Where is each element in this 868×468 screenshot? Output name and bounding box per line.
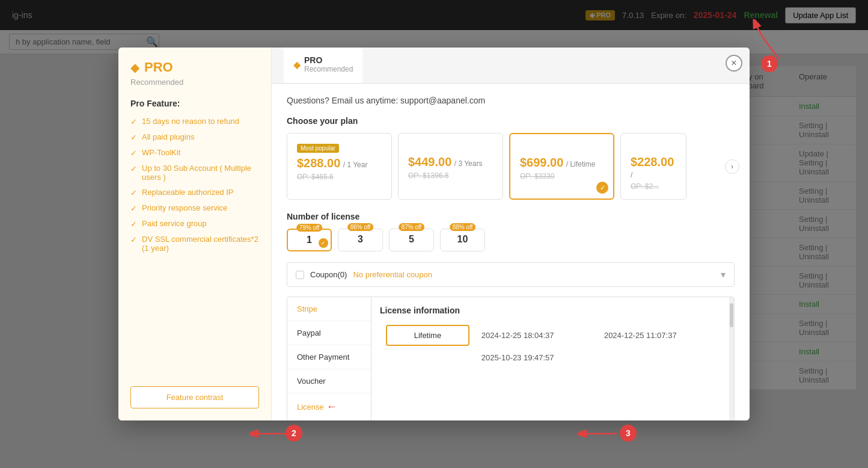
license-info-panel: License information Lifetime 2024-12-25 … [371,297,729,420]
license-date1-0: 2024-12-25 18:04:37 [475,321,598,349]
license-off-1: 86% off [347,223,374,231]
feature-label-6: Paid service group [142,219,207,228]
license-num-3: 10 [450,234,475,245]
feature-label-0: 15 days no reason to refund [142,117,239,126]
modal-body: Questions? Email us anytime: support@aap… [272,84,750,420]
plan-cards-container: Most popular $288.00 / 1 Year OP: $465.6… [287,133,735,200]
license-section: Number of license 79% off 1 ✓ 86% off 3 [287,212,735,251]
plan-card-3[interactable]: $228.00 / OP: $2... [620,133,686,200]
feature-item-6: ✓ Paid service group [130,219,259,229]
tab-label: PRO [304,55,353,65]
plan-period-1: / 3 Years [454,159,483,168]
payment-paypal[interactable]: Paypal [287,321,371,345]
feature-item-3: ✓ Up to 30 Sub Account ( Multiple users … [130,164,259,182]
feature-item-5: ✓ Priority response service [130,203,259,213]
plan-price-2: $699.00 [520,156,563,169]
license-info-title: License information [380,306,721,315]
feature-item-7: ✓ DV SSL commercial certificates*2 (1 ye… [130,235,259,253]
plan-op-1: OP: $1396.8 [408,171,493,180]
plan-op-0: OP: $465.6 [297,173,382,181]
license-off-0: 79% off [296,224,323,232]
payment-license[interactable]: License ← [287,393,371,420]
license-num-1: 3 [348,234,373,245]
feature-label-4: Replaceable authorized IP [142,188,234,197]
modal-tab-bar: ◆ PRO Recommended [272,48,750,84]
license-off-2: 87% off [399,223,425,231]
check-icon-3: ✓ [130,164,137,173]
plan-card-2[interactable]: $699.00 / Lifetime OP: $3330 ✓ [509,133,614,200]
coupon-checkbox[interactable] [296,271,304,279]
license-card-3[interactable]: 88% off 10 [440,229,485,251]
plan-period-0: / 1 Year [343,161,368,169]
plan-op-3: OP: $2... [631,182,676,191]
feature-item-2: ✓ WP-ToolKit [130,148,259,158]
payment-voucher[interactable]: Voucher [287,369,371,393]
license-date2-0: 2024-12-25 11:07:37 [598,321,721,349]
pro-modal: × ◆ PRO Recommended Pro Feature: ✓ 15 da… [118,48,750,420]
feature-item-1: ✓ All paid plugins [130,132,259,142]
payment-other[interactable]: Other Payment [287,345,371,369]
payment-license-label: License [297,402,324,411]
plan-selected-check-2: ✓ [596,182,608,194]
payment-stripe[interactable]: Stripe [287,297,371,321]
plan-card-1[interactable]: $449.00 / 3 Years OP: $1396.8 [398,133,503,200]
license-count-title: Number of license [287,212,735,221]
sidebar-pro-header: ◆ PRO [130,60,259,75]
coupon-label: Coupon(0) [310,270,347,279]
payment-list: Stripe Paypal Other Payment Voucher Lice… [287,297,371,420]
coupon-no-preferential: No preferential coupon [353,270,715,279]
email-line: Questions? Email us anytime: support@aap… [287,96,735,105]
sidebar-pro-label: PRO [144,60,173,75]
license-num-2: 5 [399,234,424,245]
license-date1-1: 2025-10-23 19:47:57 [475,349,598,366]
arrow-annotation-2: ← [326,401,337,413]
license-card-2[interactable]: 87% off 5 [389,229,434,251]
plan-price-1: $449.00 [408,155,451,168]
feature-item-4: ✓ Replaceable authorized IP [130,188,259,197]
feature-label-3: Up to 30 Sub Account ( Multiple users ) [142,164,259,182]
plan-price-3: $228.00 [631,155,674,168]
license-card-1[interactable]: 86% off 3 [338,229,383,251]
license-row-0: Lifetime 2024-12-25 18:04:37 2024-12-25 … [380,321,721,349]
plan-period-3: / [631,171,632,179]
diamond-icon: ◆ [130,60,139,75]
license-num-0: 1 [298,235,321,245]
plan-price-0: $288.00 [297,156,340,170]
feature-label-2: WP-ToolKit [142,148,180,157]
sidebar-recommended: Recommended [130,78,259,87]
popular-badge: Most popular [297,144,339,153]
check-icon-2: ✓ [130,149,137,158]
plan-op-2: OP: $3330 [520,172,604,180]
choose-plan-title: Choose your plan [287,116,735,126]
check-icon-6: ✓ [130,220,137,229]
modal-sidebar: ◆ PRO Recommended Pro Feature: ✓ 15 days… [118,48,272,420]
tab-pro[interactable]: ◆ PRO Recommended [284,48,362,83]
plan-cards-next[interactable]: › [725,159,739,174]
license-row-1: 2025-10-23 19:47:57 [380,349,721,366]
check-icon-4: ✓ [130,188,137,197]
license-table: Lifetime 2024-12-25 18:04:37 2024-12-25 … [380,321,721,366]
bottom-section: Stripe Paypal Other Payment Voucher Lice… [287,297,735,420]
feature-label-5: Priority response service [142,203,227,212]
check-icon-5: ✓ [130,204,137,213]
coupon-row[interactable]: Coupon(0) No preferential coupon ▾ [287,262,735,287]
license-scrollbar[interactable] [729,297,734,420]
plan-period-2: / Lifetime [566,160,596,168]
license-type-0: Lifetime [386,325,469,346]
modal-close-button[interactable]: × [726,55,742,72]
feature-label-1: All paid plugins [142,132,194,141]
scrollbar-thumb [730,303,733,327]
license-cards: 79% off 1 ✓ 86% off 3 87% off 5 [287,229,735,251]
feature-contrast-button[interactable]: Feature contrast [130,386,259,408]
coupon-chevron-icon: ▾ [721,269,726,280]
modal-overlay: × ◆ PRO Recommended Pro Feature: ✓ 15 da… [0,0,868,468]
plan-card-0[interactable]: Most popular $288.00 / 1 Year OP: $465.6 [287,133,392,200]
feature-label-7: DV SSL commercial certificates*2 (1 year… [142,235,259,253]
license-card-0[interactable]: 79% off 1 ✓ [287,229,332,251]
feature-item-0: ✓ 15 days no reason to refund [130,117,259,126]
license-check-0: ✓ [319,238,328,248]
check-icon-7: ✓ [130,235,137,244]
tab-sublabel: Recommended [304,65,353,73]
modal-main-content: ◆ PRO Recommended Questions? Email us an… [272,48,750,420]
license-off-3: 88% off [450,223,476,231]
